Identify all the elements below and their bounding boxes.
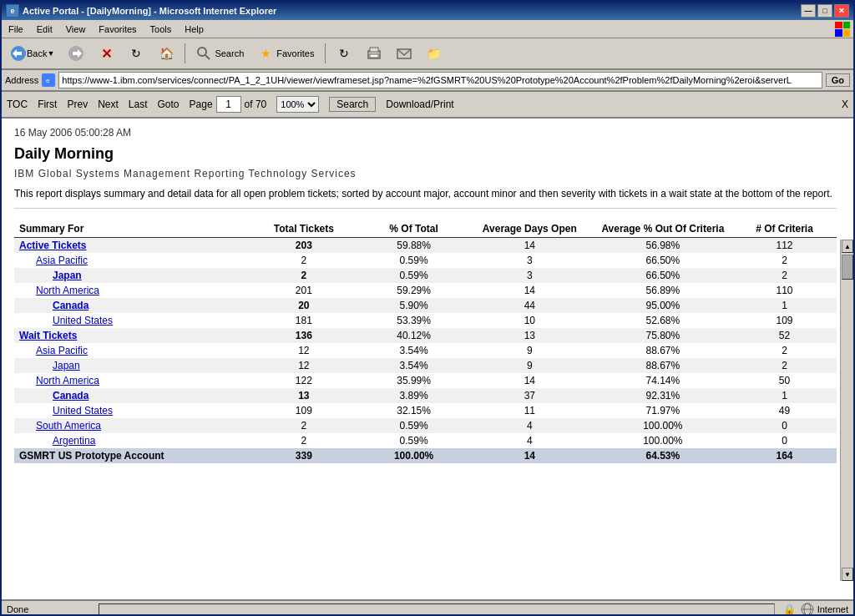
table-row-label: United States [14,403,245,418]
toc-link[interactable]: TOC [7,98,28,110]
zone-label: Internet [817,604,848,614]
print-button[interactable] [361,42,387,65]
close-button[interactable]: ✕ [834,4,849,18]
next-link[interactable]: Next [98,98,119,110]
table-row-label: Japan [14,358,245,373]
report-description: This report displays summary and detail … [14,188,837,209]
mail-button[interactable] [391,42,417,65]
table-cell: 56.89% [594,283,732,298]
table-row-link[interactable]: United States [53,315,113,326]
table-cell: 52 [732,328,837,343]
table-row-link[interactable]: Wait Tickets [19,330,77,341]
table-cell: 20 [245,298,362,313]
table-row-link[interactable]: Japan [53,360,80,371]
table-cell: 13 [245,388,362,403]
scroll-thumb[interactable] [842,255,853,280]
stop-button[interactable]: ✕ [93,42,119,65]
refresh-icon: ↻ [128,45,144,62]
menu-file[interactable]: File [2,23,30,36]
stop-icon: ✕ [98,45,114,62]
forward-button[interactable] [63,42,89,65]
goto-link[interactable]: Goto [158,98,180,110]
search-button[interactable]: Search [190,42,249,65]
toolbar-separator-1 [185,43,185,63]
scroll-down-button[interactable]: ▼ [842,568,853,581]
table-cell: 0.59% [362,433,466,448]
table-row-link[interactable]: Argentina [53,435,95,447]
table-cell: 14 [466,283,594,298]
table-cell: 9 [466,358,594,373]
home-button[interactable]: 🏠 [153,42,180,65]
nav-search-button[interactable]: Search [329,97,376,112]
table-cell: 2 [245,433,362,448]
app-icon: e [6,4,19,18]
table-cell: 164 [732,448,837,463]
table-cell: 2 [245,268,362,283]
page-input[interactable] [216,96,241,113]
table-row-label: Active Tickets [14,238,245,254]
menu-view[interactable]: View [59,23,93,36]
table-row-link[interactable]: North America [36,375,99,386]
menu-tools[interactable]: Tools [144,23,179,36]
table-cell: 75.80% [594,328,732,343]
table-row-link[interactable]: South America [36,420,101,432]
first-link[interactable]: First [38,98,57,110]
table-row-link[interactable]: Asia Pacific [36,255,88,266]
nav-close-button[interactable]: X [842,98,848,110]
last-link[interactable]: Last [129,98,148,110]
table-cell: 52.68% [594,313,732,328]
table-cell: 110 [732,283,837,298]
address-bar: Address e https://www-1.ibm.com/services… [2,70,853,92]
menu-edit[interactable]: Edit [30,23,59,36]
scrollbar[interactable]: ▲ ▼ [840,240,853,581]
go-button[interactable]: Go [826,73,850,87]
download-print-link[interactable]: Download/Print [386,98,453,110]
table-cell: 2 [732,268,837,283]
table-row-label: North America [14,373,245,388]
table-cell: 53.39% [362,313,466,328]
progress-bar [99,603,775,615]
table-row: Canada133.89%3792.31%1 [14,388,837,403]
svg-point-4 [198,48,206,56]
table-row: South America20.59%4100.00%0 [14,418,837,433]
address-input[interactable]: https://www-1.ibm.com/services/connect/P… [58,72,822,88]
table-cell: 95.00% [594,298,732,313]
back-dropdown[interactable]: ▼ [47,49,54,58]
table-cell: 3.54% [362,358,466,373]
table-row-link[interactable]: Asia Pacific [36,345,88,356]
refresh-button[interactable]: ↻ [123,42,149,65]
table-row-link[interactable]: Canada [53,300,89,311]
table-row: GSMRT US Prototype Account339100.00%1464… [14,448,837,463]
favorites-button[interactable]: ★ Favorites [252,42,319,65]
menu-help[interactable]: Help [178,23,210,36]
table-cell: 4 [466,418,594,433]
table-row-link[interactable]: United States [53,405,113,417]
table-cell: 3 [466,253,594,268]
table-row-link[interactable]: Canada [53,390,89,401]
scroll-up-button[interactable]: ▲ [842,240,853,253]
table-row-link[interactable]: Active Tickets [19,240,87,251]
table-cell: 109 [732,313,837,328]
search-toolbar-icon [195,45,212,62]
table-cell: 0 [732,433,837,448]
back-button[interactable]: Back ▼ [5,42,59,65]
table-cell: 2 [732,253,837,268]
home-icon: 🏠 [158,45,175,62]
table-cell: 35.99% [362,373,466,388]
minimize-button[interactable]: — [801,4,816,18]
svg-text:e: e [46,77,50,84]
table-row-label: North America [14,283,245,298]
zoom-select[interactable]: 100% 50% 75% 125% 150% [276,96,319,113]
table-row: North America12235.99%1474.14%50 [14,373,837,388]
folder-button[interactable]: 📁 [421,42,448,65]
prev-link[interactable]: Prev [67,98,88,110]
menu-favorites[interactable]: Favorites [92,23,143,36]
folder-icon: 📁 [426,45,443,62]
table-row-link[interactable]: North America [36,285,99,296]
table-row-label: Japan [14,268,245,283]
col-avg-pct: Average % Out Of Criteria [594,220,732,238]
maximize-button[interactable]: □ [817,4,832,18]
table-cell: 181 [245,313,362,328]
media-button[interactable]: ↻ [331,42,357,65]
table-row-link[interactable]: Japan [53,270,82,281]
